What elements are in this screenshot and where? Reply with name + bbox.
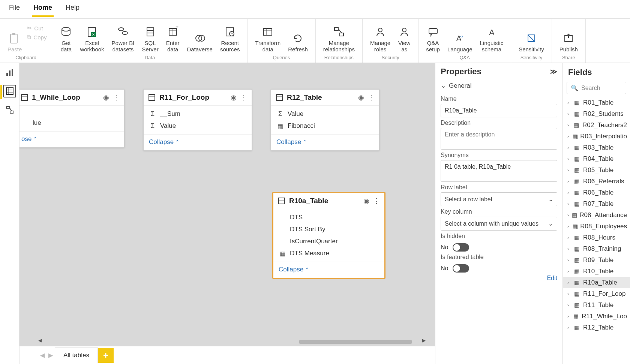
add-sheet-button[interactable]: + [98, 348, 114, 363]
svg-rect-43 [21, 94, 27, 100]
field-row[interactable]: ΣValue [271, 108, 379, 120]
more-icon[interactable]: ⋮ [240, 93, 247, 102]
field-row[interactable] [20, 108, 124, 112]
fields-item[interactable]: ›▦R08_Employees [563, 221, 630, 232]
linguistic-schema-button[interactable]: ALinguistic schema [476, 20, 507, 54]
more-icon[interactable]: ⋮ [373, 197, 380, 205]
sheet-tab[interactable]: All tables [55, 348, 98, 363]
fields-item[interactable]: ›▦R03_Interpolatio [563, 131, 630, 142]
fields-item[interactable]: ›▦R08_Hours [563, 232, 630, 243]
view-as-button[interactable]: View as [394, 20, 414, 54]
section-general[interactable]: ⌄General [441, 82, 557, 90]
description-input[interactable] [441, 128, 557, 150]
field-row[interactable]: DTS Sort By [273, 223, 384, 235]
more-icon[interactable]: ⋮ [113, 93, 120, 102]
visibility-icon[interactable]: ◉ [363, 197, 369, 205]
fields-item[interactable]: ›▦R11_For_Loop [563, 288, 630, 300]
is-featured-toggle[interactable] [453, 264, 469, 273]
report-view-button[interactable] [3, 66, 16, 79]
model-canvas[interactable]: 1_While_Loop ◉ ⋮ lue ose⌃ R11_F [20, 63, 435, 346]
copy-button[interactable]: ⧉Copy [26, 33, 48, 41]
edit-link[interactable]: Edit [441, 275, 557, 282]
field-row[interactable]: Σ__Sum [144, 108, 252, 120]
paste-button[interactable]: Paste [4, 20, 26, 54]
table-card-for-loop[interactable]: R11_For_Loop ◉ ⋮ Σ__Sum ΣValue Collapse⌃ [143, 89, 252, 151]
collapse-link[interactable]: Collapse⌃ [279, 266, 309, 273]
menu-home[interactable]: Home [32, 1, 54, 17]
fields-item[interactable]: ›▦R02_Teachers2 [563, 120, 630, 131]
fields-item[interactable]: ›▦R01_Table [563, 97, 630, 108]
fields-item[interactable]: ›▦R06_Table [563, 187, 630, 198]
scroll-right-icon[interactable]: ▶ [422, 338, 428, 343]
collapse-link[interactable]: Collapse⌃ [276, 138, 307, 145]
publish-button[interactable]: Publish [556, 20, 582, 54]
field-row[interactable]: IsCurrentQuarter [273, 235, 384, 247]
excel-button[interactable]: XExcel workbook [76, 20, 108, 54]
sql-icon [144, 25, 157, 38]
fields-item[interactable]: ›▦R03_Table [563, 142, 630, 153]
synonyms-input[interactable] [441, 160, 557, 182]
collapse-pane-icon[interactable]: ≫ [550, 67, 557, 76]
field-row[interactable]: ▦Fibonacci [271, 120, 379, 132]
field-row[interactable]: DTS [273, 211, 384, 223]
sensitivity-button[interactable]: Sensitivity [515, 20, 548, 54]
collapse-link[interactable]: ose⌃ [21, 135, 38, 142]
row-label-select[interactable]: Select a row label⌄ [441, 192, 557, 206]
model-view-button[interactable] [3, 103, 16, 116]
table-card-r10a[interactable]: R10a_Table ◉ ⋮ DTS DTS Sort By IsCurrent… [273, 192, 385, 279]
data-view-button[interactable] [3, 85, 16, 97]
transform-data-button[interactable]: Transform data [251, 20, 284, 54]
fields-item[interactable]: ›▦R02_Students [563, 108, 630, 120]
fields-search[interactable]: 🔍 Search [567, 82, 626, 94]
name-input[interactable] [441, 104, 557, 117]
refresh-button[interactable]: Refresh [284, 20, 312, 54]
visibility-icon[interactable]: ◉ [231, 93, 237, 102]
fields-item[interactable]: ›▦R06_Referrals [563, 176, 630, 187]
dataverse-button[interactable]: Dataverse [183, 20, 216, 54]
fields-item[interactable]: ›▦R07_Table [563, 198, 630, 210]
table-card-r12[interactable]: R12_Table ◉ ⋮ ΣValue ▦Fibonacci Collapse… [271, 89, 380, 151]
fields-item[interactable]: ›▦R11_Table [563, 300, 630, 311]
manage-roles-button[interactable]: Manage roles [366, 20, 394, 54]
is-hidden-toggle[interactable] [453, 243, 469, 252]
fields-item[interactable]: ›▦R10a_Table [563, 277, 630, 288]
visibility-icon[interactable]: ◉ [358, 93, 364, 102]
fields-item[interactable]: ›▦R05_Table [563, 165, 630, 176]
cut-button[interactable]: ✂Cut [26, 24, 48, 32]
collapse-link[interactable]: Collapse⌃ [149, 138, 180, 145]
sql-server-button[interactable]: SQL Server [138, 20, 162, 54]
pbi-datasets-button[interactable]: Power BI datasets [108, 20, 138, 54]
fields-title: Fields [563, 63, 630, 80]
fields-item[interactable]: ›▦R09_Table [563, 255, 630, 266]
field-row[interactable]: lue [20, 117, 124, 129]
field-row[interactable]: ΣValue [144, 120, 252, 132]
chevron-down-icon: ⌄ [441, 82, 446, 90]
next-sheet-button[interactable]: ▶ [46, 352, 55, 359]
visibility-icon[interactable]: ◉ [103, 93, 109, 102]
get-data-button[interactable]: Get data [56, 20, 76, 54]
manage-relationships-button[interactable]: Manage relationships [320, 20, 358, 54]
language-button[interactable]: A‹›Language [444, 20, 476, 54]
fields-item[interactable]: ›▦R12_Table [563, 322, 630, 333]
scroll-left-icon[interactable]: ◀ [38, 338, 44, 343]
field-row[interactable]: ▦DTS Measure [273, 247, 384, 259]
get-data-icon [60, 25, 72, 38]
prev-sheet-button[interactable]: ◀ [38, 352, 46, 359]
fields-item[interactable]: ›▦R04_Table [563, 153, 630, 165]
fields-item[interactable]: ›▦R08_Attendance [563, 210, 630, 221]
table-icon: ▦ [574, 144, 581, 151]
menu-help[interactable]: Help [64, 1, 81, 17]
more-icon[interactable]: ⋮ [368, 93, 375, 102]
fields-item[interactable]: ›▦R08_Training [563, 243, 630, 255]
qa-setup-button[interactable]: Q&A setup [422, 20, 444, 54]
fields-item[interactable]: ›▦R10_Table [563, 266, 630, 277]
menu-file[interactable]: File [8, 1, 21, 17]
recent-sources-button[interactable]: Recent sources [216, 20, 244, 54]
horizontal-scrollbar[interactable]: ◀ ▶ [38, 338, 428, 343]
key-column-select[interactable]: Select a column with unique values⌄ [441, 217, 557, 231]
field-row[interactable] [20, 112, 124, 117]
fields-item[interactable]: ›▦R11_While_Loo [563, 311, 630, 322]
scroll-thumb[interactable] [299, 340, 412, 344]
table-card-while-loop[interactable]: 1_While_Loop ◉ ⋮ lue ose⌃ [20, 89, 124, 148]
enter-data-button[interactable]: +Enter data [162, 20, 183, 54]
